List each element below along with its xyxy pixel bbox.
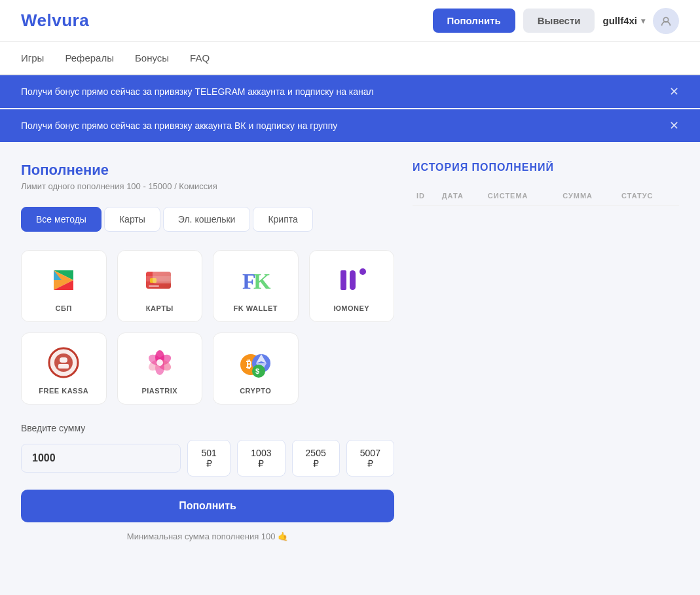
- logo: Welvura: [21, 10, 89, 31]
- col-date: ДАТА: [438, 187, 484, 206]
- deposit-button[interactable]: Пополнить: [433, 9, 515, 33]
- method-tabs: Все методы Карты Эл. кошельки Крипта: [21, 207, 394, 232]
- svg-rect-21: [58, 364, 69, 369]
- telegram-banner-close[interactable]: ✕: [669, 84, 679, 99]
- main-deposit-button[interactable]: Пополнить: [21, 490, 394, 522]
- svg-rect-10: [153, 269, 174, 283]
- svg-text:K: K: [253, 269, 271, 293]
- nav-item-bonuses[interactable]: Бонусы: [135, 42, 169, 75]
- piastrix-icon: [142, 345, 177, 380]
- tab-all[interactable]: Все методы: [21, 207, 101, 232]
- tab-wallets[interactable]: Эл. кошельки: [163, 207, 251, 232]
- quick-amount-3[interactable]: 2505 ₽: [292, 440, 340, 477]
- method-fk-label: FK Wallet: [234, 304, 278, 312]
- method-free-kassa[interactable]: FREE KASSA: [21, 333, 107, 405]
- method-crypto[interactable]: ₿ $ CRYPTO: [213, 333, 299, 405]
- col-status: СТАТУС: [617, 187, 679, 206]
- username: gullf4xi: [602, 15, 637, 26]
- method-sbp-label: СБП: [56, 304, 72, 312]
- avatar[interactable]: [653, 8, 679, 34]
- quick-amount-2[interactable]: 1003 ₽: [237, 440, 285, 477]
- method-cards[interactable]: КАРТЫ: [117, 250, 203, 322]
- method-piastrix-label: PIASTRIX: [141, 387, 177, 395]
- cards-icon: [142, 262, 177, 298]
- svg-rect-15: [350, 270, 356, 290]
- vk-banner: Получи бонус прямо сейчас за привязку ак…: [0, 109, 700, 142]
- telegram-banner: Получи бонус прямо сейчас за привязку TE…: [0, 75, 700, 108]
- nav-item-referrals[interactable]: Рефералы: [65, 42, 114, 75]
- section-subtitle: Лимит одного пополнения 100 - 15000 / Ко…: [21, 181, 394, 191]
- user-menu[interactable]: gullf4xi ▾: [602, 15, 645, 26]
- method-yumoney[interactable]: ЮMoney: [309, 250, 395, 322]
- nav-item-games[interactable]: Игры: [21, 42, 44, 75]
- header-right: Пополнить Вывести gullf4xi ▾: [433, 8, 679, 34]
- svg-rect-14: [341, 270, 346, 290]
- amount-row: 501 ₽ 1003 ₽ 2505 ₽ 5007 ₽: [21, 440, 394, 477]
- header: Welvura Пополнить Вывести gullf4xi ▾: [0, 0, 700, 42]
- nav-item-faq[interactable]: FAQ: [190, 42, 210, 75]
- navigation: Игры Рефералы Бонусы FAQ: [0, 42, 700, 75]
- history-table: ID ДАТА СИСТЕМА СУММА СТАТУС: [413, 187, 679, 206]
- vk-banner-text: Получи бонус прямо сейчас за привязку ак…: [21, 120, 337, 131]
- quick-amount-1[interactable]: 501 ₽: [187, 440, 230, 477]
- col-system: СИСТЕМА: [484, 187, 559, 206]
- min-amount-note: Минимальная сумма пополнения 100 🤙: [21, 532, 394, 541]
- methods-grid: СБП: [21, 250, 394, 405]
- svg-text:₿: ₿: [246, 359, 251, 370]
- svg-point-28: [157, 359, 163, 366]
- method-crypto-label: CRYPTO: [240, 387, 271, 395]
- withdraw-button[interactable]: Вывести: [523, 9, 595, 33]
- vk-banner-close[interactable]: ✕: [669, 118, 679, 133]
- sbp-icon: [46, 262, 81, 298]
- chevron-down-icon: ▾: [641, 16, 645, 26]
- method-sbp[interactable]: СБП: [21, 250, 107, 322]
- fk-wallet-icon: F K: [238, 262, 273, 298]
- svg-point-16: [359, 268, 366, 275]
- amount-label: Введите сумму: [21, 423, 394, 433]
- tab-crypto[interactable]: Крипта: [253, 207, 312, 232]
- history-panel: ИСТОРИЯ ПОПОЛНЕНИЙ ID ДАТА СИСТЕМА СУММА…: [413, 162, 679, 541]
- telegram-banner-text: Получи бонус прямо сейчас за привязку TE…: [21, 86, 374, 97]
- section-title: Пополнение: [21, 162, 394, 179]
- col-id: ID: [413, 187, 438, 206]
- main-content: Пополнение Лимит одного пополнения 100 -…: [0, 143, 700, 560]
- svg-rect-20: [60, 357, 67, 363]
- svg-text:$: $: [255, 367, 259, 375]
- free-kassa-icon: [46, 345, 81, 380]
- method-yumoney-label: ЮMoney: [333, 304, 369, 312]
- quick-amount-4[interactable]: 5007 ₽: [346, 440, 394, 477]
- deposit-panel: Пополнение Лимит одного пополнения 100 -…: [21, 162, 394, 541]
- svg-rect-9: [149, 285, 159, 287]
- tab-cards[interactable]: Карты: [104, 207, 160, 232]
- amount-input[interactable]: [21, 444, 181, 473]
- method-piastrix[interactable]: PIASTRIX: [117, 333, 203, 405]
- method-fk-wallet[interactable]: F K FK Wallet: [213, 250, 299, 322]
- method-freekassa-label: FREE KASSA: [39, 387, 88, 395]
- method-cards-label: КАРТЫ: [146, 304, 174, 312]
- col-amount: СУММА: [559, 187, 617, 206]
- yumoney-icon: [334, 262, 369, 298]
- history-title: ИСТОРИЯ ПОПОЛНЕНИЙ: [413, 162, 679, 173]
- crypto-icon: ₿ $: [238, 345, 273, 380]
